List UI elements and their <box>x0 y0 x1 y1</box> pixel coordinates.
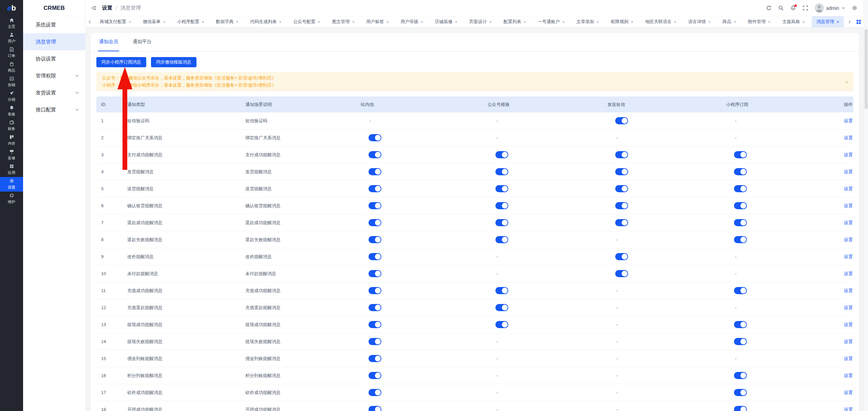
close-icon[interactable]: × <box>768 19 771 24</box>
window-tab-18[interactable]: 附件管理× <box>743 16 775 27</box>
close-icon[interactable]: × <box>202 19 204 24</box>
tab-notify-member[interactable]: 通知会员 <box>98 33 119 51</box>
tabs-scroll-left-icon[interactable] <box>86 16 94 27</box>
sync-miniprogram-subscribe-button[interactable]: 同步小程序订阅消息 <box>96 57 146 67</box>
rail-item-service[interactable]: 客服 <box>0 104 23 119</box>
settings-link[interactable]: 设置 <box>844 407 853 411</box>
toggle-site-message[interactable] <box>369 219 381 226</box>
fullscreen-icon[interactable] <box>803 5 808 11</box>
tabs-menu-grid-icon[interactable] <box>853 16 864 27</box>
toggle-official-template[interactable] <box>495 304 508 311</box>
breadcrumb-root[interactable]: 设置 <box>102 5 112 11</box>
tabs-scroll-right-icon[interactable] <box>845 16 853 27</box>
settings-link[interactable]: 设置 <box>844 356 853 361</box>
settings-link[interactable]: 设置 <box>844 254 853 259</box>
user-menu[interactable]: admin <box>815 3 845 13</box>
settings-link[interactable]: 设置 <box>844 220 853 225</box>
toggle-miniprogram-subscribe[interactable] <box>734 389 747 396</box>
toggle-send-sms[interactable] <box>615 185 628 192</box>
rail-item-decorate[interactable]: 装修 <box>0 148 23 162</box>
sidebar-item-message-management[interactable]: 消息管理 <box>23 33 85 50</box>
refresh-icon[interactable] <box>766 5 772 11</box>
notification-bell-icon[interactable] <box>790 5 796 11</box>
toggle-site-message[interactable] <box>369 236 381 243</box>
rail-item-home[interactable]: 主页 <box>0 16 23 31</box>
tab-notify-platform[interactable]: 通知平台 <box>132 33 153 51</box>
window-tab-5[interactable]: 公众号配置× <box>288 16 325 27</box>
window-tab-17[interactable]: 商品× <box>718 16 741 27</box>
toggle-send-sms[interactable] <box>615 253 628 260</box>
close-icon[interactable]: × <box>734 19 736 24</box>
close-icon[interactable]: × <box>836 19 839 24</box>
toggle-official-template[interactable] <box>495 202 508 209</box>
close-icon[interactable]: × <box>708 19 711 24</box>
rail-item-settings[interactable]: 设置 <box>0 177 23 192</box>
toggle-send-sms[interactable] <box>615 168 628 175</box>
window-tab-20[interactable]: 消息管理× <box>812 16 844 27</box>
toggle-miniprogram-subscribe[interactable] <box>734 338 747 345</box>
toggle-official-template[interactable] <box>495 219 508 226</box>
settings-link[interactable]: 设置 <box>844 305 853 310</box>
toggle-site-message[interactable] <box>369 168 381 175</box>
toggle-official-template[interactable] <box>495 287 508 294</box>
window-tab-0[interactable]: 商城支付配置× <box>95 16 136 27</box>
settings-link[interactable]: 设置 <box>844 203 853 208</box>
window-tab-14[interactable]: 权限规则× <box>606 16 638 27</box>
window-tab-13[interactable]: 文章添加× <box>572 16 604 27</box>
window-tab-10[interactable]: 页面设计× <box>465 16 497 27</box>
sync-wechat-template-button[interactable]: 同步微信模版消息 <box>151 57 196 67</box>
app-logo[interactable]: eb <box>0 0 23 16</box>
toggle-site-message[interactable] <box>369 372 381 379</box>
sidebar-item-interface-config[interactable]: 接口配置 <box>23 101 85 118</box>
close-icon[interactable]: × <box>386 19 389 24</box>
toggle-send-sms[interactable] <box>615 219 628 226</box>
close-icon[interactable]: × <box>421 19 423 24</box>
toggle-send-sms[interactable] <box>615 117 628 124</box>
close-icon[interactable]: × <box>597 19 599 24</box>
close-icon[interactable]: × <box>318 19 320 24</box>
sidebar-item-agreement-settings[interactable]: 协议设置 <box>23 50 85 67</box>
window-tab-1[interactable]: 微信菜单× <box>138 16 170 27</box>
toggle-miniprogram-subscribe[interactable] <box>734 202 747 209</box>
settings-link[interactable]: 设置 <box>844 288 853 293</box>
toggle-miniprogram-subscribe[interactable] <box>734 287 747 294</box>
close-icon[interactable]: × <box>674 19 677 24</box>
close-icon[interactable]: × <box>845 79 848 84</box>
gear-icon[interactable] <box>852 5 857 11</box>
toggle-site-message[interactable] <box>369 253 381 260</box>
rail-item-maintain[interactable]: 维护 <box>0 192 23 206</box>
toggle-miniprogram-subscribe[interactable] <box>734 151 747 158</box>
toggle-site-message[interactable] <box>369 185 381 192</box>
close-icon[interactable]: × <box>489 19 492 24</box>
window-tab-6[interactable]: 图文管理× <box>327 16 359 27</box>
window-tab-4[interactable]: 代码生成列表× <box>245 16 286 27</box>
settings-link[interactable]: 设置 <box>844 373 853 378</box>
toggle-send-sms[interactable] <box>615 202 628 209</box>
toggle-miniprogram-subscribe[interactable] <box>734 321 747 328</box>
close-icon[interactable]: × <box>524 19 526 24</box>
close-icon[interactable]: × <box>236 19 239 24</box>
toggle-site-message[interactable] <box>369 355 381 362</box>
toggle-site-message[interactable] <box>369 406 381 411</box>
close-icon[interactable]: × <box>279 19 282 24</box>
rail-item-distribution[interactable]: 分销 <box>0 89 23 104</box>
window-tab-9[interactable]: 店铺装修× <box>430 16 463 27</box>
settings-link[interactable]: 设置 <box>844 339 853 344</box>
rail-item-apps[interactable]: 应用 <box>0 162 23 177</box>
sidebar-item-admin-permission[interactable]: 管理权限 <box>23 67 85 84</box>
settings-link[interactable]: 设置 <box>844 237 853 242</box>
toggle-miniprogram-subscribe[interactable] <box>734 236 747 243</box>
toggle-miniprogram-subscribe[interactable] <box>734 185 747 192</box>
avatar[interactable] <box>815 3 824 13</box>
toggle-site-message[interactable] <box>369 304 381 311</box>
window-tab-11[interactable]: 配置列表× <box>499 16 531 27</box>
settings-link[interactable]: 设置 <box>844 271 853 276</box>
rail-item-marketing[interactable]: 营销 <box>0 75 23 89</box>
window-tab-7[interactable]: 用户标签× <box>361 16 394 27</box>
toggle-site-message[interactable] <box>369 389 381 396</box>
settings-link[interactable]: 设置 <box>844 135 853 140</box>
window-tab-3[interactable]: 数据字典× <box>211 16 243 27</box>
close-icon[interactable]: × <box>352 19 355 24</box>
close-icon[interactable]: × <box>631 19 634 24</box>
toggle-send-sms[interactable] <box>615 151 628 158</box>
